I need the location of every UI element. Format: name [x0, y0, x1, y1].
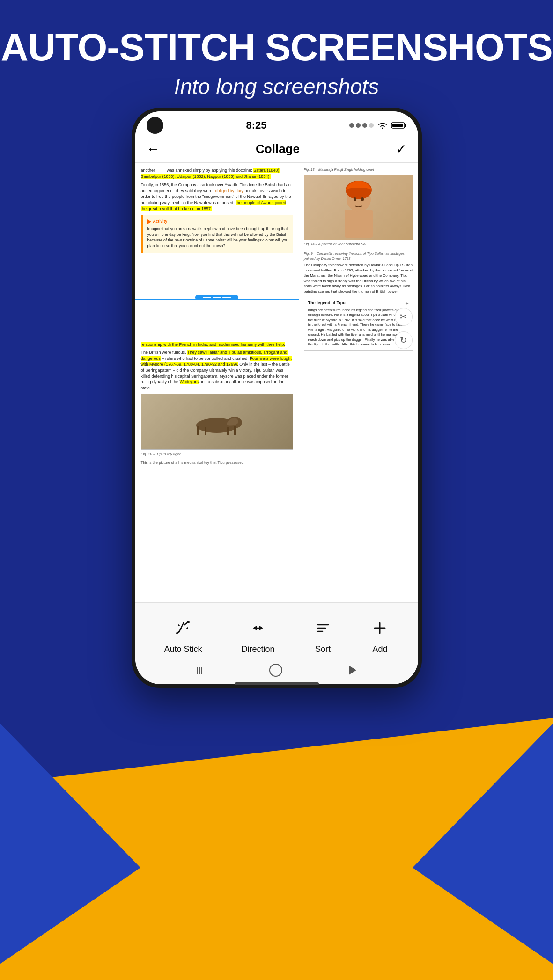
stitch-handle[interactable]	[195, 295, 238, 300]
home-row: |||	[135, 664, 418, 677]
sort-icon	[314, 619, 332, 641]
fig13-image	[304, 175, 413, 240]
doc-left-column: another was annexed simply by applying t…	[135, 163, 299, 661]
doc-right-column: Fig. 13 – Maharaja Ranjit Singh holding …	[299, 163, 418, 661]
fig10-caption: Fig. 10 – Tipu's toy tiger	[141, 452, 293, 457]
svg-point-15	[176, 632, 178, 634]
direction-icon	[249, 619, 267, 641]
content-area: another was annexed simply by applying t…	[135, 163, 418, 661]
add-icon	[371, 619, 389, 641]
confirm-button[interactable]: ✓	[396, 141, 406, 157]
sort-label: Sort	[315, 644, 331, 654]
nav-bar: ← Collage ✓	[135, 138, 418, 163]
tiger-svg	[189, 408, 245, 436]
add-label: Add	[372, 644, 387, 654]
signal-dots	[349, 123, 374, 128]
header-section: AUTO-STITCH SCREENSHOTS Into long screen…	[0, 0, 553, 113]
doc-columns: another was annexed simply by applying t…	[135, 163, 418, 661]
fig10-subcaption: This is the picture of a his mechanical …	[141, 460, 293, 465]
redo-button[interactable]: ↻	[395, 331, 413, 349]
activity-text: Imagine that you are a nawab's nephew an…	[147, 227, 288, 249]
scissors-button[interactable]: ✂	[395, 308, 413, 326]
auto-stick-icon	[174, 619, 192, 641]
collage-title: Collage	[256, 142, 300, 156]
auto-stick-label: Auto Stick	[164, 644, 202, 654]
direction-item[interactable]: Direction	[242, 619, 275, 654]
phone-wrapper: 8:25	[132, 108, 422, 688]
camera-icon	[147, 117, 163, 134]
svg-rect-9	[345, 210, 373, 238]
activity-box: Activity Imagine that you are a nawab's …	[141, 215, 293, 252]
status-bar: 8:25	[135, 111, 418, 138]
legend-text: Kings are often surrounded by legend and…	[308, 308, 409, 347]
phone-frame: 8:25	[132, 108, 422, 688]
recent-apps-button[interactable]: |||	[197, 666, 203, 674]
svg-point-14	[187, 621, 190, 623]
status-time: 8:25	[246, 119, 266, 132]
sub-title: Into long screenshots	[0, 74, 553, 99]
doc-text-2: Finally, in 1856, the Company also took …	[141, 182, 293, 212]
fig13-caption: Fig. 14 – A portrait of Veer Surendra Sa…	[304, 242, 413, 247]
doc-text-1: another was annexed simply by applying t…	[141, 168, 293, 179]
auto-stick-item[interactable]: Auto Stick	[164, 619, 202, 654]
svg-point-12	[354, 197, 356, 201]
back-gesture-button[interactable]	[349, 666, 356, 675]
phone-screen: 8:25	[135, 111, 418, 684]
svg-rect-1	[405, 124, 406, 127]
svg-point-13	[361, 197, 364, 201]
home-button[interactable]	[269, 664, 282, 677]
fig13-caption-top: Fig. 13 – Maharaja Ranjit Singh holding …	[304, 168, 413, 173]
direction-label: Direction	[242, 644, 275, 654]
wifi-icon	[377, 122, 388, 129]
sort-item[interactable]: Sort	[314, 619, 332, 654]
battery-icon	[391, 122, 406, 129]
lower-left-text: relationship with the French in India, a…	[141, 342, 293, 465]
back-button[interactable]: ←	[147, 142, 160, 157]
legend-title: The legend of Tipu	[308, 300, 346, 306]
add-item[interactable]: Add	[371, 619, 389, 654]
portrait-svg	[340, 177, 377, 238]
status-icons	[349, 122, 406, 129]
fig10-image	[141, 394, 293, 450]
activity-label: Activity	[153, 219, 168, 225]
scissors-toolbar: ✂ ↻	[395, 308, 413, 349]
phone-bottom-bar	[235, 682, 319, 685]
main-title: AUTO-STITCH SCREENSHOTS	[0, 28, 553, 66]
svg-rect-2	[392, 124, 403, 127]
